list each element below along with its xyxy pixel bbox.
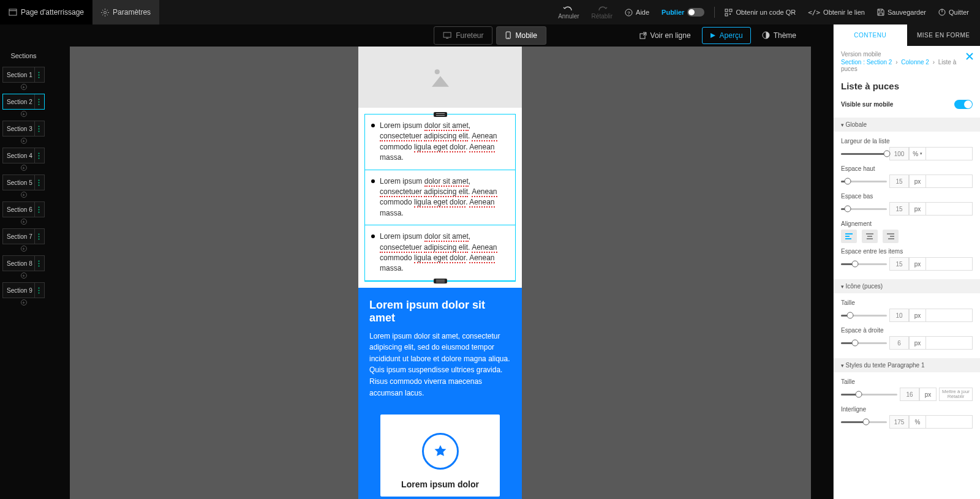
svg-point-52 [39, 292, 40, 293]
section-menu-icon[interactable] [34, 67, 43, 82]
unit-list-width[interactable]: % ▾ [909, 147, 926, 160]
undo-button[interactable]: Annuler [553, 0, 584, 24]
blue-section[interactable]: Lorem ipsum dolor sit amet Lorem ipsum d… [358, 288, 522, 499]
tab-content[interactable]: CONTENU [834, 24, 907, 46]
section-menu-icon[interactable] [34, 202, 43, 217]
resize-handle-bottom[interactable] [434, 279, 447, 283]
theme-button[interactable]: Thème [762, 31, 796, 40]
input-icon-size[interactable]: 10 [889, 309, 909, 322]
add-section-button[interactable]: + [21, 219, 27, 225]
redo-icon [597, 6, 608, 12]
section-menu-icon[interactable] [34, 121, 43, 136]
tab-settings[interactable]: Paramètres [92, 0, 159, 24]
section-item[interactable]: Section 2 [2, 94, 45, 110]
image-placeholder[interactable] [358, 47, 522, 108]
unit-para-line[interactable]: % [909, 415, 926, 429]
slider-para-line[interactable] [841, 421, 887, 423]
canvas-scroll[interactable]: Lorem ipsum dolor sit amet, consectetuer… [70, 47, 811, 499]
redo-button[interactable]: Rétablir [587, 0, 617, 24]
align-left-button[interactable] [841, 230, 857, 243]
section-menu-icon[interactable] [34, 256, 43, 271]
help-button[interactable]: ? Aide [620, 9, 654, 17]
preview-button[interactable]: Aperçu [702, 27, 751, 44]
group-paragraph[interactable]: Styles du texte Paragraphe 1 [834, 358, 980, 372]
section-menu-icon[interactable] [34, 283, 43, 298]
field-para-line: 175 % [841, 415, 973, 429]
unit-space-items[interactable]: px [909, 257, 926, 271]
svg-text:?: ? [627, 10, 630, 15]
section-item[interactable]: Section 5 [2, 174, 45, 190]
section-item[interactable]: Section 9 [2, 282, 45, 298]
add-section-button[interactable]: + [21, 111, 27, 117]
slider-space-top[interactable] [841, 181, 887, 182]
add-section-button[interactable]: + [21, 165, 27, 171]
bullet-item[interactable]: Lorem ipsum dolor sit amet, consectetuer… [365, 225, 515, 281]
save-button[interactable]: Sauvegarder [872, 9, 931, 16]
publish-toggle[interactable] [687, 8, 704, 17]
svg-point-47 [39, 260, 40, 261]
section-item[interactable]: Section 1 [2, 67, 45, 83]
view-browser-button[interactable]: Fureteur [434, 26, 492, 45]
add-section-button[interactable]: + [21, 192, 27, 198]
feature-card[interactable]: Lorem ipsum dolor [380, 415, 500, 497]
section-menu-icon[interactable] [34, 175, 43, 190]
slider-para-size[interactable] [841, 394, 897, 396]
input-list-width[interactable]: 100 [889, 147, 909, 160]
qr-button[interactable]: Obtenir un code QR [720, 9, 801, 17]
group-icon[interactable]: Icône (puces) [834, 279, 980, 293]
unit-para-size[interactable]: px [919, 388, 937, 401]
input-space-top[interactable]: 15 [889, 174, 909, 188]
link-button[interactable]: </> Obtenir le lien [803, 9, 870, 17]
bullet-item[interactable]: Lorem ipsum dolor sit amet, consectetuer… [365, 114, 515, 170]
quit-button[interactable]: Quitter [933, 9, 974, 16]
add-section-button[interactable]: + [21, 138, 27, 144]
align-right-button[interactable] [883, 230, 899, 243]
section-item[interactable]: Section 6 [2, 201, 45, 217]
input-space-items[interactable]: 15 [889, 257, 909, 271]
publish-button[interactable]: Publier [657, 8, 709, 17]
unit-icon-right[interactable]: px [909, 336, 926, 350]
section-item[interactable]: Section 3 [2, 121, 45, 137]
section-menu-icon[interactable] [34, 94, 43, 109]
mobile-preview: Lorem ipsum dolor sit amet, consectetuer… [358, 47, 522, 499]
unit-space-top[interactable]: px [909, 174, 926, 188]
bullet-list-block[interactable]: Lorem ipsum dolor sit amet, consectetuer… [364, 114, 516, 282]
panel-title: Liste à puces [841, 81, 899, 91]
add-section-button[interactable]: + [21, 272, 27, 279]
section-item[interactable]: Section 4 [2, 148, 45, 163]
update-reset-button[interactable]: Mettre à jour Rétablir [939, 388, 973, 401]
view-online-button[interactable]: Voir en ligne [639, 31, 691, 40]
field-para-size: 16 px Mettre à jour Rétablir [841, 388, 973, 401]
tab-landing-page[interactable]: Page d'atterrissage [0, 0, 92, 24]
slider-icon-right[interactable] [841, 342, 887, 344]
add-section-button[interactable]: + [21, 84, 27, 90]
tab-layout[interactable]: MISE EN FORME [907, 24, 981, 46]
visible-toggle[interactable] [954, 100, 973, 109]
align-center-button[interactable] [862, 230, 878, 243]
section-menu-icon[interactable] [34, 148, 43, 163]
section-menu-icon[interactable] [34, 229, 43, 244]
slider-space-bottom[interactable] [841, 208, 887, 210]
slider-space-items[interactable] [841, 263, 887, 265]
slider-list-width[interactable] [841, 153, 887, 155]
slider-icon-size[interactable] [841, 315, 887, 317]
bullet-item[interactable]: Lorem ipsum dolor sit amet, consectetuer… [365, 170, 515, 226]
unit-icon-size[interactable]: px [909, 309, 926, 322]
resize-handle-top[interactable] [434, 112, 447, 117]
breadcrumb-column[interactable]: Colonne 2 [901, 59, 929, 66]
input-icon-right[interactable]: 6 [889, 336, 909, 350]
section-item[interactable]: Section 8 [2, 255, 45, 271]
svg-point-50 [39, 287, 40, 288]
input-para-size[interactable]: 16 [900, 388, 919, 401]
svg-point-35 [39, 152, 40, 154]
add-section-button[interactable]: + [21, 299, 27, 306]
section-item[interactable]: Section 7 [2, 228, 45, 244]
input-space-bottom[interactable]: 15 [889, 202, 909, 216]
view-mobile-button[interactable]: Mobile [497, 26, 546, 45]
unit-space-bottom[interactable]: px [909, 202, 926, 216]
add-section-button[interactable]: + [21, 246, 27, 252]
group-global[interactable]: Globale [834, 118, 980, 132]
input-para-line[interactable]: 175 [889, 415, 909, 429]
close-icon[interactable] [965, 52, 974, 61]
breadcrumb-section[interactable]: Section 2 [867, 59, 892, 66]
